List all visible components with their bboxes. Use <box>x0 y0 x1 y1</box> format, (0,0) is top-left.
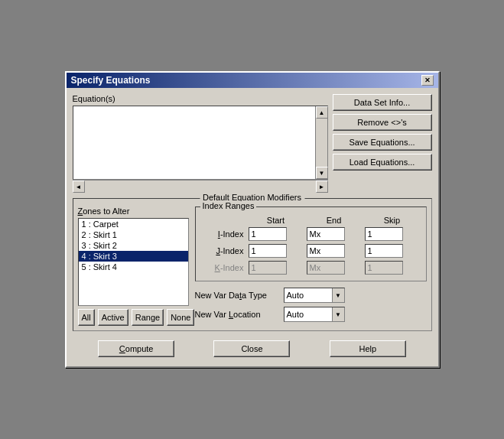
j-index-row: J-Index <box>200 242 421 259</box>
i-index-label: I-Index <box>200 226 247 242</box>
new-var-location-value: Auto <box>285 310 332 319</box>
col-end: End <box>304 215 363 226</box>
specify-equations-dialog: Specify Equations ✕ Equation(s) ▲ ▼ <box>65 71 440 368</box>
new-var-location-dropdown[interactable]: Auto ▼ <box>284 307 345 322</box>
index-table: Start End Skip I-Index <box>200 215 421 276</box>
scroll-left-btn[interactable]: ◄ <box>73 180 85 193</box>
zones-buttons: All Active Range None <box>78 309 189 326</box>
j-index-label: J-Index <box>200 242 247 259</box>
zones-list[interactable]: 1 : Carpet 2 : Skirt 1 3 : Skirt 2 4 : S… <box>78 218 189 306</box>
load-equations-button[interactable]: Load Equations... <box>333 154 432 171</box>
close-button[interactable]: ✕ <box>421 75 434 86</box>
new-var-data-type-row: New Var Data Type Auto ▼ <box>195 288 427 303</box>
compute-button[interactable]: Compute <box>98 340 174 357</box>
zone-item-4[interactable]: 4 : Skirt 3 <box>79 251 188 262</box>
j-end-input[interactable] <box>307 244 345 258</box>
side-buttons: Data Set Info... Remove <>'s Save Equati… <box>333 94 432 192</box>
j-start-input[interactable] <box>249 244 287 258</box>
equations-scrollbar-h[interactable]: ◄ ► <box>73 180 328 192</box>
zone-item-1[interactable]: 1 : Carpet <box>79 219 188 229</box>
active-button[interactable]: Active <box>98 309 128 326</box>
equations-textarea[interactable] <box>73 106 315 179</box>
k-index-row: K-Index <box>200 259 421 276</box>
remove-button[interactable]: Remove <>'s <box>333 114 432 131</box>
i-end-input[interactable] <box>307 227 345 241</box>
new-var-data-type-label: New Var Data Type <box>195 291 279 300</box>
help-button[interactable]: Help <box>330 340 406 357</box>
new-var-data-type-dropdown[interactable]: Auto ▼ <box>284 288 345 303</box>
i-index-row: I-Index <box>200 226 421 242</box>
data-set-info-button[interactable]: Data Set Info... <box>333 94 432 111</box>
title-bar: Specify Equations ✕ <box>67 73 438 88</box>
scroll-right-btn[interactable]: ► <box>316 180 328 193</box>
none-button[interactable]: None <box>167 309 194 326</box>
all-button[interactable]: All <box>78 309 95 326</box>
dialog-title: Specify Equations <box>71 75 151 86</box>
equations-scrollbar-v[interactable]: ▲ ▼ <box>315 106 327 179</box>
equations-label: Equation(s) <box>73 94 328 103</box>
col-skip: Skip <box>363 215 421 226</box>
bottom-inner: Zones to Alter 1 : Carpet 2 : Skirt 1 3 … <box>78 206 427 326</box>
footer-buttons: Compute Close Help <box>73 337 432 360</box>
zone-item-2[interactable]: 2 : Skirt 1 <box>79 229 188 240</box>
new-var-data-type-value: Auto <box>285 291 332 300</box>
scroll-track-v <box>316 119 327 167</box>
zone-item-5[interactable]: 5 : Skirt 4 <box>79 262 188 272</box>
scroll-up-btn[interactable]: ▲ <box>316 106 328 119</box>
new-var-location-label: New Var Location <box>195 310 279 319</box>
default-modifiers-section: Default Equation Modifiers Zones to Alte… <box>73 198 432 331</box>
j-skip-input[interactable] <box>365 244 403 258</box>
new-var-location-row: New Var Location Auto ▼ <box>195 307 427 322</box>
new-var-data-type-arrow[interactable]: ▼ <box>332 288 344 302</box>
title-bar-buttons: ✕ <box>421 75 434 86</box>
equations-textbox-wrapper: ▲ ▼ <box>73 106 328 180</box>
scroll-down-btn[interactable]: ▼ <box>316 167 328 179</box>
scroll-track-h <box>85 180 316 192</box>
k-index-label: K-Index <box>200 259 247 276</box>
i-start-input[interactable] <box>249 227 287 241</box>
k-start-input <box>249 261 287 275</box>
zones-panel: Zones to Alter 1 : Carpet 2 : Skirt 1 3 … <box>78 206 189 326</box>
dialog-body: Equation(s) ▲ ▼ ◄ ► Data Set In <box>67 88 438 366</box>
k-skip-input <box>365 261 403 275</box>
new-var-location-arrow[interactable]: ▼ <box>332 307 344 321</box>
zone-item-3[interactable]: 3 : Skirt 2 <box>79 240 188 251</box>
i-skip-input[interactable] <box>365 227 403 241</box>
index-panel: Index Ranges Start End Skip <box>195 206 427 326</box>
close-dialog-button[interactable]: Close <box>213 340 290 357</box>
col-start: Start <box>246 215 304 226</box>
range-button[interactable]: Range <box>132 309 164 326</box>
k-end-input <box>307 261 345 275</box>
zones-label: Zones to Alter <box>78 206 189 216</box>
save-equations-button[interactable]: Save Equations... <box>333 134 432 151</box>
index-ranges-title: Index Ranges <box>200 201 257 210</box>
index-ranges-group: Index Ranges Start End Skip <box>195 206 427 281</box>
